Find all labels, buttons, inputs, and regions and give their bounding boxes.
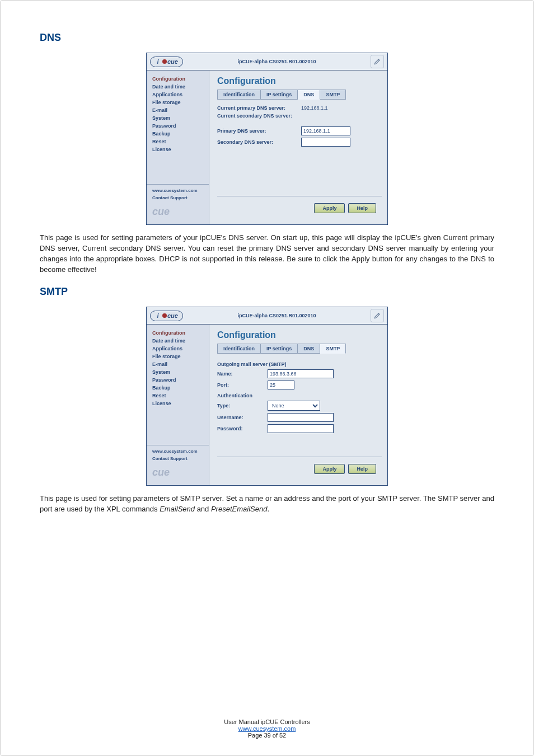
sidebar-item-applications[interactable]: Applications [147, 345, 209, 353]
sidebar-item-applications[interactable]: Applications [147, 91, 209, 98]
sidebar-item-system[interactable]: System [147, 368, 209, 376]
sidebar-item-configuration[interactable]: Configuration [147, 75, 209, 83]
edit-button[interactable] [371, 309, 384, 322]
smtp-heading: SMTP [40, 286, 494, 298]
smtp-auth-section: Authentication [217, 393, 382, 398]
sidebar-item-date-and-time[interactable]: Date and time [147, 337, 209, 345]
ipcue-logo: i cue [150, 311, 183, 321]
current-secondary-dns-label: Current secondary DNS server: [217, 113, 301, 119]
sidebar-item-backup[interactable]: Backup [147, 130, 209, 138]
sidebar-link-support[interactable]: Contact Support [152, 456, 188, 461]
tab-ip-settings[interactable]: IP settings [261, 90, 298, 100]
help-button[interactable]: Help [348, 464, 376, 474]
panel-title: ipCUE-alpha CS0251.R01.002010 [183, 59, 371, 64]
content-title: Configuration [217, 330, 382, 340]
smtp-port-input[interactable] [268, 381, 294, 389]
sidebar-item-license[interactable]: License [147, 145, 209, 153]
tab-smtp[interactable]: SMTP [320, 344, 346, 354]
pencil-icon [373, 312, 381, 320]
secondary-dns-label: Secondary DNS server: [217, 139, 301, 145]
footer-page: Page 39 of 52 [40, 732, 494, 739]
current-primary-dns-label: Current primary DNS server: [217, 105, 301, 111]
footer-line1: User Manual ipCUE Controllers [40, 719, 494, 725]
smtp-outgoing-form: Name: Port: [217, 369, 382, 389]
smtp-name-input[interactable] [268, 369, 334, 378]
config-tabs: Identification IP settings DNS SMTP [217, 90, 382, 100]
logo-letter-i: i [154, 58, 162, 65]
logo-dot-icon [162, 59, 167, 64]
sidebar-item-backup[interactable]: Backup [147, 384, 209, 392]
sidebar-item-file-storage[interactable]: File storage [147, 98, 209, 106]
smtp-paragraph: This page is used for setting parameters… [40, 494, 494, 515]
smtp-type-select[interactable]: None [268, 401, 320, 411]
smtp-actions: Apply Help [217, 459, 382, 480]
smtp-type-label: Type: [217, 403, 268, 408]
sidebar-item-license[interactable]: License [147, 400, 209, 407]
smtp-content: Configuration Identification IP settings… [209, 325, 387, 485]
config-tabs: Identification IP settings DNS SMTP [217, 344, 382, 354]
smtp-para-e: . [267, 505, 269, 513]
sidebar-link-support[interactable]: Contact Support [152, 195, 188, 200]
dns-form: Current primary DNS server: 192.168.1.1 … [217, 105, 382, 147]
sidebar-item-reset[interactable]: Reset [147, 392, 209, 400]
panel-title: ipCUE-alpha CS0251.R01.002010 [183, 313, 371, 318]
logo-text: cue [167, 312, 178, 319]
tab-dns[interactable]: DNS [298, 90, 320, 100]
dns-panel-wrap: i cue ipCUE-alpha CS0251.R01.002010 Conf… [40, 53, 494, 225]
sidebar: Configuration Date and time Applications… [147, 71, 209, 224]
content-title: Configuration [217, 76, 382, 86]
smtp-para-presetemailsend: PresetEmailSend [211, 505, 267, 513]
secondary-dns-input[interactable] [301, 138, 350, 147]
smtp-panel: i cue ipCUE-alpha CS0251.R01.002010 Conf… [146, 307, 388, 486]
sidebar-item-email[interactable]: E-mail [147, 106, 209, 114]
tab-smtp[interactable]: SMTP [320, 90, 346, 100]
sidebar-item-password[interactable]: Password [147, 122, 209, 130]
sidebar-item-system[interactable]: System [147, 114, 209, 122]
current-primary-dns-value: 192.168.1.1 [301, 105, 382, 111]
panel-header: i cue ipCUE-alpha CS0251.R01.002010 [147, 307, 387, 325]
sidebar-item-date-and-time[interactable]: Date and time [147, 83, 209, 91]
dns-content: Configuration Identification IP settings… [209, 71, 387, 224]
sidebar: Configuration Date and time Applications… [147, 325, 209, 485]
smtp-panel-wrap: i cue ipCUE-alpha CS0251.R01.002010 Conf… [40, 307, 494, 486]
footer-link[interactable]: www.cuesystem.com [238, 725, 296, 732]
smtp-para-c: and [195, 505, 211, 513]
primary-dns-input[interactable] [301, 126, 350, 135]
logo-dot-icon [162, 313, 167, 318]
tab-ip-settings[interactable]: IP settings [261, 344, 298, 354]
smtp-port-label: Port: [217, 382, 268, 388]
dns-heading: DNS [40, 32, 494, 44]
ipcue-logo: i cue [150, 57, 183, 67]
primary-dns-label: Primary DNS server: [217, 128, 301, 134]
smtp-username-label: Username: [217, 415, 268, 420]
dns-panel: i cue ipCUE-alpha CS0251.R01.002010 Conf… [146, 53, 388, 225]
panel-header: i cue ipCUE-alpha CS0251.R01.002010 [147, 53, 387, 71]
sidebar-link-site[interactable]: www.cuesystem.com [152, 188, 198, 193]
dns-actions: Apply Help [217, 199, 382, 219]
sidebar-brand: cue [147, 462, 209, 483]
sidebar-item-password[interactable]: Password [147, 376, 209, 384]
sidebar-item-configuration[interactable]: Configuration [147, 329, 209, 337]
sidebar-brand: cue [147, 201, 209, 222]
edit-button[interactable] [371, 55, 384, 68]
smtp-para-emailsend: EmailSend [160, 505, 195, 513]
page-footer: User Manual ipCUE Controllers www.cuesys… [40, 708, 494, 739]
smtp-username-input[interactable] [268, 413, 334, 422]
sidebar-link-site[interactable]: www.cuesystem.com [152, 449, 198, 454]
tab-dns[interactable]: DNS [298, 344, 320, 354]
sidebar-item-file-storage[interactable]: File storage [147, 353, 209, 360]
smtp-password-label: Password: [217, 426, 268, 431]
smtp-password-input[interactable] [268, 424, 334, 433]
pencil-icon [373, 58, 381, 65]
dns-paragraph: This page is used for setting parameters… [40, 233, 494, 275]
tab-identification[interactable]: Identification [217, 344, 261, 354]
apply-button[interactable]: Apply [314, 464, 345, 474]
sidebar-item-reset[interactable]: Reset [147, 138, 209, 145]
logo-letter-i: i [154, 312, 162, 320]
apply-button[interactable]: Apply [314, 203, 345, 213]
smtp-outgoing-section: Outgoing mail server (SMTP) [217, 361, 382, 367]
help-button[interactable]: Help [348, 203, 376, 213]
sidebar-item-email[interactable]: E-mail [147, 360, 209, 368]
smtp-name-label: Name: [217, 371, 268, 377]
tab-identification[interactable]: Identification [217, 90, 261, 100]
